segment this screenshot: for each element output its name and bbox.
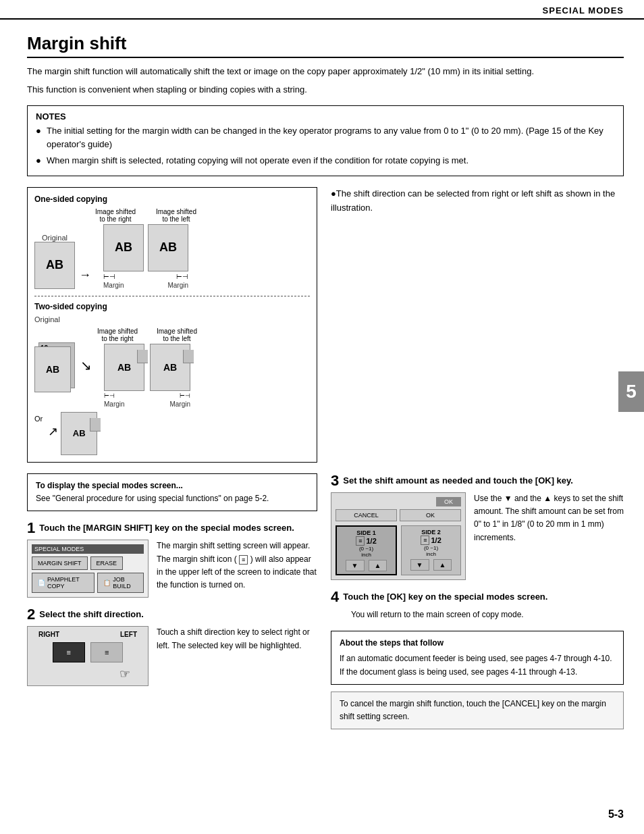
right-label: RIGHT — [38, 631, 59, 638]
left-direction-btn[interactable]: ≡ — [90, 642, 123, 662]
side1-icon: ≡ — [356, 536, 365, 546]
special-modes-screen: SPECIAL MODES MARGIN SHIFT ERASE 📄 PAMPH… — [27, 540, 149, 598]
left-label: LEFT — [120, 631, 137, 638]
arrow-right-icon: → — [79, 268, 91, 289]
intro-text-1: The margin shift function will automatic… — [27, 65, 624, 79]
screen-title: SPECIAL MODES — [32, 544, 144, 554]
shift-setting-screen: OK CANCEL OK SIDE 1 — [331, 492, 466, 580]
diagram-col-left: One-sided copying Original AB → Image sh… — [27, 187, 317, 463]
dashed-separator — [34, 296, 310, 296]
steps-section: To display the special modes screen... S… — [27, 473, 624, 729]
fold-mark-or — [90, 418, 101, 432]
two-sided-shifted-left-doc: AB — [150, 344, 190, 391]
page-number: 5-3 — [608, 808, 624, 820]
intro-text-2: This function is convenient when staplin… — [27, 83, 624, 97]
side1-up-btn[interactable]: ▲ — [369, 560, 387, 571]
step-3: 3 Set the shift amount as needed and tou… — [331, 473, 624, 580]
step-1-number: 1 — [27, 521, 35, 536]
step-3-number: 3 — [331, 473, 339, 488]
side2-panel: SIDE 2 ≡ 1/2 (0 ~1)inch ▼ ▲ — [401, 525, 461, 575]
side2-up-btn[interactable]: ▲ — [433, 559, 452, 571]
one-sided-row: Original AB → Image shiftedto the right … — [34, 208, 310, 289]
stacked-doc: 12 AB — [34, 342, 75, 393]
steps-right: 3 Set the shift amount as needed and tou… — [331, 473, 624, 729]
step-3-header: 3 Set the shift amount as needed and tou… — [331, 473, 624, 488]
pamphlet-copy-btn[interactable]: 📄 PAMPHLET COPY — [32, 573, 95, 593]
diag-arrow-icon: ↘ — [80, 357, 92, 377]
step-2-body: RIGHT LEFT ≡ ≡ — [27, 626, 317, 686]
shifted-right-doc: AB — [103, 224, 144, 271]
two-sided-title: Two-sided copying — [34, 302, 310, 311]
screen-buttons-row1: MARGIN SHIFT ERASE — [32, 556, 144, 570]
margin-label-1: Margin — [103, 282, 124, 289]
side1-value: 1/2 — [366, 537, 376, 545]
shift-ok-top-btn[interactable]: OK — [436, 497, 461, 506]
right-direction-btn[interactable]: ≡ — [53, 642, 85, 662]
section-title: Margin shift — [27, 33, 624, 58]
step-2: 2 Select the shift direction. RIGHT LEFT — [27, 607, 317, 686]
step-4-title: Touch the [OK] key on the special modes … — [343, 590, 547, 603]
step-2-image: RIGHT LEFT ≡ ≡ — [27, 626, 149, 686]
notes-title: NOTES — [36, 111, 615, 122]
about-steps-text: If an automatic document feeder is being… — [340, 652, 615, 678]
diagram-box: One-sided copying Original AB → Image sh… — [27, 187, 317, 463]
notes-item-2: When margin shift is selected, rotating … — [36, 154, 615, 168]
dir-buttons-row: ≡ ≡ — [32, 638, 144, 667]
two-sided-row: 12 AB ↘ Image shiftedto the right — [34, 328, 310, 408]
two-sided-margin-label-1: Margin — [104, 400, 125, 408]
side1-arrows: ▼ ▲ — [340, 560, 393, 571]
main-content: Margin shift The margin shift function w… — [0, 20, 644, 743]
diag-arrow-2-icon: ↗ — [48, 424, 58, 443]
step-1: 1 Touch the [MARGIN SHIFT] key on the sp… — [27, 521, 317, 598]
step-3-body: OK CANCEL OK SIDE 1 — [331, 492, 624, 580]
one-sided-title: One-sided copying — [34, 194, 310, 204]
original-label: Original — [42, 234, 68, 242]
shift-main-ok-btn[interactable]: OK — [400, 509, 461, 521]
doc-front: AB — [34, 346, 71, 392]
diagram-col-right: ●The shift direction can be selected fro… — [331, 187, 624, 463]
shift-description: ●The shift direction can be selected fro… — [331, 187, 624, 215]
left-btn-icon: ≡ — [105, 648, 109, 656]
original-doc: AB — [34, 242, 75, 289]
shift-sides-row: SIDE 1 ≡ 1/2 (0 ~1)inch ▼ ▲ — [336, 525, 461, 575]
or-label: Or — [34, 415, 43, 423]
step-1-body: SPECIAL MODES MARGIN SHIFT ERASE 📄 PAMPH… — [27, 540, 317, 598]
two-sided-original-label: Original — [34, 315, 310, 323]
notes-item-1: The initial setting for the margin width… — [36, 124, 615, 153]
about-steps-title: About the steps that follow — [340, 637, 615, 650]
erase-btn[interactable]: ERASE — [90, 556, 124, 570]
side2-label: SIDE 2 — [404, 529, 458, 536]
side2-icon: ≡ — [421, 536, 429, 545]
side2-arrows: ▼ ▲ — [404, 559, 458, 571]
side1-down-btn[interactable]: ▼ — [346, 560, 365, 571]
direction-buttons-panel: RIGHT LEFT ≡ ≡ — [27, 626, 149, 686]
job-icon: 📋 — [103, 579, 111, 586]
side2-value: 1/2 — [431, 536, 441, 544]
two-sided-or-doc: AB — [61, 412, 97, 455]
step-3-text: Use the ▼ and the ▲ keys to set the shif… — [474, 492, 624, 544]
job-build-btn[interactable]: 📋 JOB BUILD — [97, 573, 144, 593]
two-sided-section: Two-sided copying Original 12 AB — [34, 302, 310, 455]
shifted-right-label: Image shiftedto the right — [95, 208, 136, 223]
step-3-title: Set the shift amount as needed and touch… — [343, 473, 573, 487]
side2-down-btn[interactable]: ▼ — [410, 559, 429, 571]
notes-box: NOTES The initial setting for the margin… — [27, 105, 624, 176]
shift-cancel-ok-row: CANCEL OK — [336, 509, 461, 521]
step-2-title: Select the shift direction. — [39, 607, 144, 621]
page-container: SPECIAL MODES 5 Margin shift The margin … — [0, 0, 644, 834]
cancel-note: To cancel the margin shift function, tou… — [331, 692, 624, 729]
dir-labels-row: RIGHT LEFT — [32, 631, 144, 638]
step-2-text: Touch a shift direction key to select ri… — [157, 626, 317, 652]
two-sided-margin-label-2: Margin — [169, 400, 190, 408]
about-steps-box: About the steps that follow If an automa… — [331, 631, 624, 685]
shifted-left-label: Image shiftedto the left — [156, 208, 196, 223]
procedure-box: To display the special modes screen... S… — [27, 473, 317, 511]
shift-cancel-btn[interactable]: CANCEL — [336, 509, 397, 521]
step-1-title: Touch the [MARGIN SHIFT] key on the spec… — [39, 521, 294, 534]
margin-shift-btn[interactable]: MARGIN SHIFT — [32, 556, 88, 570]
step-1-header: 1 Touch the [MARGIN SHIFT] key on the sp… — [27, 521, 317, 536]
two-sided-shifted-right-doc: AB — [104, 344, 144, 391]
right-btn-icon: ≡ — [67, 648, 71, 656]
pamphlet-icon: 📄 — [38, 579, 45, 586]
steps-left: To display the special modes screen... S… — [27, 473, 317, 729]
